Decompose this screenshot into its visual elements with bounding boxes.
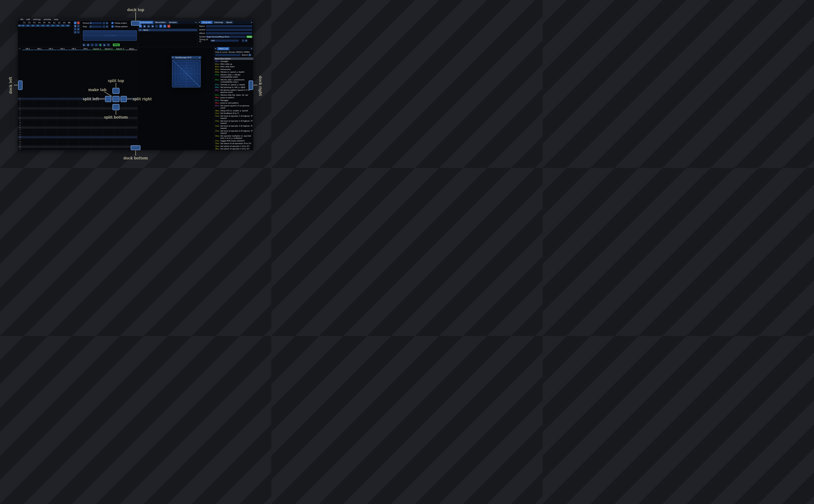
pattern-cell[interactable]: ... .. .. .... bbox=[57, 138, 68, 141]
orders-cell[interactable]: 00 bbox=[25, 25, 30, 27]
channel-header-square-2[interactable]: Square 2 bbox=[103, 47, 114, 50]
pattern-cell[interactable]: ... .. .. .... bbox=[45, 143, 57, 146]
pattern-cell[interactable]: ... .. .. .... bbox=[34, 107, 45, 110]
pattern-cell[interactable]: ... .. .. .... bbox=[57, 119, 68, 122]
pattern-cell[interactable]: ... .. .. .... bbox=[22, 148, 34, 150]
orders-cell[interactable]: 00 bbox=[40, 25, 45, 27]
pattern-cell[interactable]: ... .. .. .... bbox=[68, 107, 80, 110]
effect-list-menu-button[interactable]: ≡ bbox=[248, 54, 251, 56]
pattern-cell[interactable]: ... .. .. .... bbox=[34, 100, 45, 102]
effect-row[interactable]: 0BxxJump to pattern bbox=[214, 96, 253, 99]
pattern-cell[interactable]: ... .. .. .... bbox=[57, 110, 68, 112]
menu-item-edit[interactable]: edit bbox=[25, 18, 32, 20]
orders-add-button[interactable]: + bbox=[74, 22, 76, 24]
pattern-cell[interactable]: ... .. .. .... bbox=[126, 102, 137, 105]
name-input[interactable] bbox=[206, 25, 252, 27]
pattern-cell[interactable]: ... .. .. .... bbox=[68, 141, 80, 143]
effect-row[interactable]: 06xyVolume slide + portamento (compatibi… bbox=[214, 78, 253, 83]
pattern-cell[interactable]: ... .. .. .... bbox=[80, 110, 91, 112]
pattern-cell[interactable]: ... .. .. .... bbox=[114, 138, 126, 141]
pattern-cell[interactable]: ... .. .. .... bbox=[68, 110, 80, 112]
pattern-cell[interactable]: ... .. .. .... bbox=[80, 112, 91, 114]
channel-header-fm-6[interactable]: FM 6 bbox=[80, 47, 91, 50]
collapse-icon[interactable]: ▼ bbox=[215, 48, 216, 50]
effect-row[interactable]: 02xxPitch slide down bbox=[214, 65, 253, 68]
pattern-cell[interactable]: ... .. .. .... bbox=[91, 138, 103, 141]
pattern-cell[interactable]: ... .. .. .... bbox=[103, 126, 114, 129]
pattern-cell[interactable]: ... .. .. .... bbox=[91, 124, 103, 126]
channel-header-fm-5[interactable]: FM 5 bbox=[68, 47, 80, 50]
instruments-open-button[interactable]: ▤ bbox=[147, 25, 150, 28]
pattern-cell[interactable]: ... .. .. .... bbox=[57, 148, 68, 150]
pattern-cell[interactable]: ... .. .. .... bbox=[45, 100, 57, 102]
dock-target-make-tab[interactable] bbox=[112, 96, 119, 102]
pattern-cell[interactable]: ... .. .. .... bbox=[80, 107, 91, 110]
instruments-duplicate-button[interactable]: ▣ bbox=[143, 25, 146, 28]
pattern-cell[interactable]: ... .. .. .... bbox=[22, 112, 34, 114]
effect-row[interactable]: 09xxSet groove pattern (speed 1 if no gr… bbox=[214, 89, 253, 94]
pattern-cell[interactable]: ... .. .. .... bbox=[22, 126, 34, 129]
pattern-cell[interactable]: ... .. .. .... bbox=[126, 119, 137, 122]
pattern-cell[interactable]: ... .. .. .... bbox=[45, 126, 57, 129]
dock-target-split-right[interactable] bbox=[121, 96, 127, 102]
close-icon[interactable]: ✕ bbox=[199, 57, 200, 59]
author-input[interactable] bbox=[206, 29, 252, 31]
effect-row[interactable]: 17xxToggle PCM mode (LEGACY) bbox=[214, 140, 253, 142]
orders-change-all-button[interactable]: ⇄ bbox=[74, 31, 76, 34]
pattern-cell[interactable]: ... .. .. .... bbox=[34, 141, 45, 143]
pattern-cell[interactable]: ... .. .. .... bbox=[22, 143, 34, 146]
pattern-cell[interactable]: ... .. .. .... bbox=[114, 148, 126, 150]
pattern-cell[interactable]: ... .. .. .... bbox=[114, 124, 126, 126]
pattern-cell[interactable]: ... .. .. .... bbox=[34, 102, 45, 105]
dock-target-split-bottom[interactable] bbox=[112, 104, 119, 110]
octave-increase-button[interactable]: + bbox=[106, 22, 108, 24]
pattern-cell[interactable]: ... .. .. .... bbox=[91, 134, 103, 136]
orders-duplicate-end-button[interactable]: ⇊ bbox=[77, 28, 80, 30]
pattern-cell[interactable]: ... .. .. .... bbox=[57, 129, 68, 131]
transport-metronome-button[interactable]: ▲ bbox=[103, 43, 106, 46]
orders-cell[interactable]: 00 bbox=[35, 25, 40, 27]
pattern-cell[interactable]: ... .. .. .... bbox=[68, 105, 80, 107]
pattern-cell[interactable]: ... .. .. .... bbox=[45, 119, 57, 122]
pattern-cell[interactable]: ... .. .. .... bbox=[80, 146, 91, 148]
effect-row[interactable]: 00xyArpeggio bbox=[214, 60, 253, 63]
effect-row[interactable]: 08xySet panning (x: left; y: right) bbox=[214, 86, 253, 89]
instruments-tab-instruments[interactable]: Instruments bbox=[139, 21, 153, 24]
pattern-cell[interactable]: ... .. .. .... bbox=[103, 141, 114, 143]
orders-duplicate-button[interactable]: ▣ bbox=[74, 25, 76, 27]
pattern-cell[interactable]: ... .. .. .... bbox=[126, 124, 137, 126]
pattern-cell[interactable]: ... .. .. .... bbox=[34, 138, 45, 141]
effect-row[interactable]: 1BxxSet attack of operator 2 (0 to 1F) bbox=[214, 148, 253, 150]
tab-effect-list[interactable]: Effect List bbox=[217, 47, 229, 50]
pattern-cell[interactable]: ... .. .. .... bbox=[80, 114, 91, 117]
pattern-cell[interactable]: ... .. .. .... bbox=[80, 141, 91, 143]
menu-item-settings[interactable]: settings bbox=[32, 18, 42, 20]
pattern-cell[interactable]: ... .. .. .... bbox=[126, 122, 137, 124]
pattern-cell[interactable]: ... .. .. .... bbox=[80, 122, 91, 124]
pattern-cell[interactable]: ... .. .. .... bbox=[103, 146, 114, 148]
channel-header-square-1[interactable]: Square 1 bbox=[91, 47, 103, 50]
orders-cell[interactable]: 00 bbox=[65, 25, 70, 27]
pattern-cell[interactable]: ... .. .. .... bbox=[126, 138, 137, 141]
pattern-cell[interactable]: ... .. .. .... bbox=[22, 110, 34, 112]
effect-row[interactable]: 11xxSet feedback (0 to 7) bbox=[214, 112, 253, 115]
pattern-cell[interactable]: ... .. .. .... bbox=[68, 98, 80, 100]
pattern-cell[interactable]: ... .. .. .... bbox=[126, 131, 137, 134]
pattern-cell[interactable]: ... .. .. .... bbox=[34, 148, 45, 150]
channel-header-fm-3[interactable]: FM 3 bbox=[45, 47, 57, 50]
pattern-cell[interactable]: ... .. .. .... bbox=[34, 124, 45, 126]
pattern-cell[interactable]: ... .. .. .... bbox=[91, 122, 103, 124]
pattern-cell[interactable]: ... .. .. .... bbox=[57, 131, 68, 134]
pattern-cell[interactable]: ... .. .. .... bbox=[45, 98, 57, 100]
channel-header-fm-1[interactable]: FM 1 bbox=[22, 47, 34, 50]
pattern-cell[interactable]: ... .. .. .... bbox=[91, 107, 103, 110]
pattern-cell[interactable]: ... .. .. .... bbox=[45, 110, 57, 112]
pattern-cell[interactable]: ... .. .. .... bbox=[57, 112, 68, 114]
pattern-cell[interactable]: ... .. .. .... bbox=[34, 112, 45, 114]
transport-poly-button[interactable]: Poly bbox=[113, 43, 120, 46]
pattern-cell[interactable]: ... .. .. .... bbox=[103, 129, 114, 131]
orders-cell[interactable]: 00 bbox=[50, 25, 55, 27]
effect-row[interactable]: 19xxSet attack of all operators (0 to 1F… bbox=[214, 142, 253, 145]
piano-widget[interactable] bbox=[83, 30, 137, 41]
pattern-cell[interactable]: ... .. .. .... bbox=[91, 102, 103, 105]
